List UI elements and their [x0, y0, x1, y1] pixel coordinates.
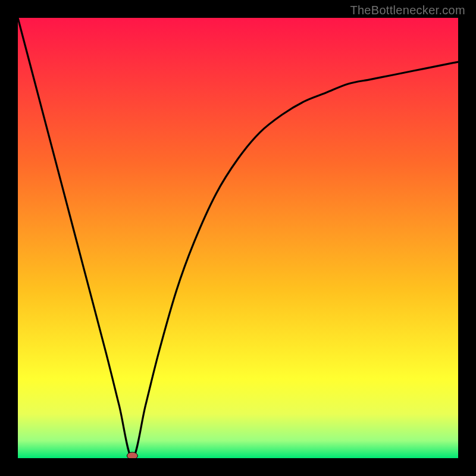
bottleneck-chart [18, 18, 458, 458]
gradient-background [18, 18, 458, 458]
plot-area [18, 18, 458, 458]
attribution-text: TheBottlenecker.com [350, 4, 465, 17]
optimal-point-marker [127, 452, 137, 458]
chart-frame: TheBottlenecker.com [0, 0, 476, 476]
